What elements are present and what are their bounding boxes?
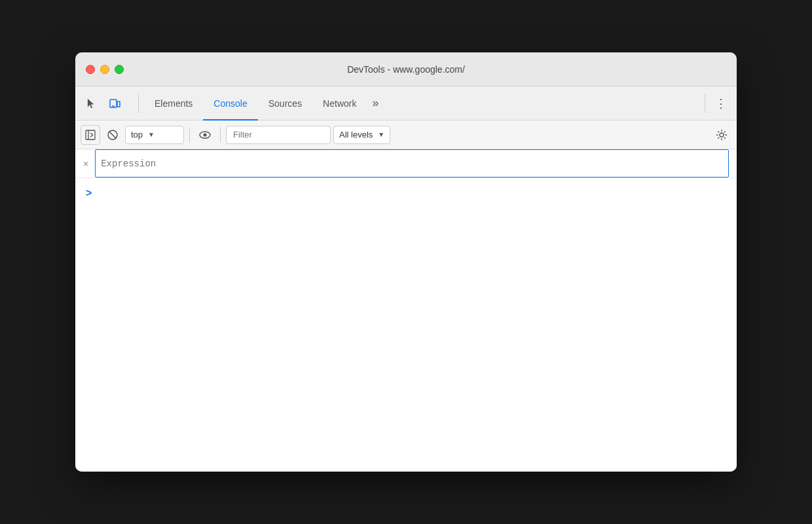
window-title: DevTools - www.google.com/ — [347, 64, 465, 75]
sidebar-toggle-button[interactable] — [81, 125, 100, 145]
devtools-menu-button[interactable]: ⋮ — [710, 93, 731, 114]
tabs-divider — [138, 94, 139, 113]
svg-point-11 — [720, 133, 724, 137]
toolbar-divider-2 — [220, 127, 221, 143]
svg-line-5 — [90, 133, 93, 135]
expression-close-button[interactable]: × — [83, 159, 88, 169]
eye-icon — [198, 128, 212, 141]
maximize-button[interactable] — [115, 65, 124, 74]
filter-input[interactable] — [226, 126, 331, 144]
title-bar: DevTools - www.google.com/ — [75, 52, 737, 86]
device-icon — [109, 98, 120, 109]
tab-icon-group — [81, 93, 125, 114]
settings-button[interactable] — [712, 125, 731, 145]
tab-sources[interactable]: Sources — [258, 86, 312, 121]
sidebar-icon — [85, 130, 96, 140]
svg-line-8 — [109, 131, 117, 138]
console-toolbar: top ▼ All levels ▼ — [75, 121, 737, 149]
clear-console-button[interactable] — [103, 125, 122, 145]
svg-line-6 — [90, 135, 93, 137]
expression-input[interactable] — [95, 149, 729, 178]
toolbar-divider-1 — [189, 127, 190, 143]
tabs-bar: Elements Console Sources Network » ⋮ — [75, 86, 737, 121]
svg-point-10 — [204, 133, 207, 136]
console-main[interactable]: × > — [75, 149, 737, 472]
traffic-lights — [86, 65, 124, 74]
cursor-icon — [85, 98, 97, 109]
expression-row: × — [75, 149, 737, 178]
svg-rect-1 — [117, 102, 120, 107]
console-prompt-area: > — [75, 178, 737, 207]
live-expressions-button[interactable] — [195, 125, 215, 145]
more-tabs-button[interactable]: » — [367, 86, 384, 121]
log-levels-selector[interactable]: All levels ▼ — [333, 126, 390, 144]
gear-icon — [716, 129, 728, 141]
device-icon-button[interactable] — [104, 93, 125, 114]
tab-elements[interactable]: Elements — [144, 86, 203, 121]
tabs-right-divider — [705, 94, 705, 113]
console-prompt-symbol: > — [86, 187, 92, 199]
no-symbol-icon — [107, 129, 119, 141]
svg-rect-3 — [86, 130, 95, 140]
context-selector[interactable]: top ▼ — [125, 126, 184, 144]
tab-console[interactable]: Console — [203, 86, 257, 121]
inspector-icon-button[interactable] — [81, 93, 101, 114]
minimize-button[interactable] — [100, 65, 109, 74]
devtools-window: DevTools - www.google.com/ Elements — [75, 52, 737, 472]
close-button[interactable] — [86, 65, 95, 74]
console-prompt-input[interactable] — [97, 186, 726, 196]
tab-network[interactable]: Network — [312, 86, 367, 121]
